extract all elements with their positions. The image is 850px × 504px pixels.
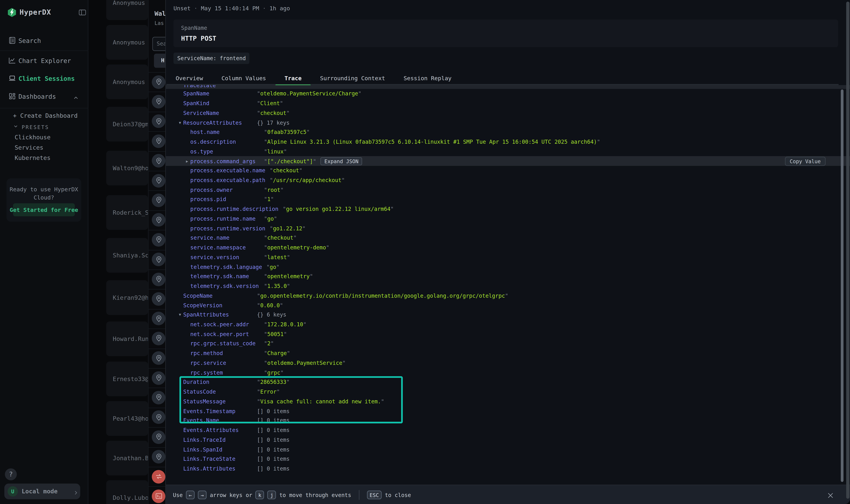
caret-down-icon[interactable]: ▾ [179,312,181,317]
trace-row-os-type[interactable]: os.type"linux" [166,147,850,156]
trace-row-statusmessage[interactable]: StatusMessage"Visa cache full: cannot ad… [166,397,850,406]
timeline-search-input[interactable]: Sea [152,37,165,51]
close-icon[interactable] [827,491,834,499]
location-pin-icon[interactable] [152,292,165,306]
preset-item-kubernetes[interactable]: Kubernetes [15,155,51,161]
trace-row-service-namespace[interactable]: service.namespace"opentelemetry-demo" [166,243,850,252]
trace-row-telemetry-sdk-name[interactable]: telemetry.sdk.name"opentelemetry" [166,272,850,281]
user-menu[interactable]: U Local mode [4,484,80,499]
trace-row-links-tracestate[interactable]: Links.TraceState[] 0 items [166,454,850,464]
sidebar-item-search[interactable]: Search [0,33,88,48]
session-card[interactable]: Walton9@ho [106,151,148,185]
sidebar-item-chart-explorer[interactable]: Chart Explorer [0,53,88,68]
trace-row-process-executable-path[interactable]: process.executable.path"/usr/src/app/che… [166,176,850,185]
location-pin-icon[interactable] [152,75,165,89]
trace-row-statuscode[interactable]: StatusCode"Error" [166,387,850,397]
tab-surrounding-context[interactable]: Surrounding Context [311,70,394,85]
create-dashboard-button[interactable]: + Create Dashboard [13,112,78,119]
trace-row-events-timestamp[interactable]: Events.Timestamp[] 0 items [166,406,850,416]
session-card[interactable]: Dolly.Lubo [106,480,148,504]
caret-down-icon[interactable]: ▾ [179,120,181,125]
trace-row-process-executable-name[interactable]: process.executable.name"checkout" [166,166,850,176]
session-card[interactable]: Pearl43@ho [106,401,148,436]
location-pin-icon[interactable] [152,193,165,207]
session-card[interactable]: Ernesto33@ [106,361,148,396]
trace-row-servicename[interactable]: ServiceName"checkout" [166,108,850,118]
service-name-chip[interactable]: ServiceName: frontend [174,53,250,64]
copy-value-button[interactable]: Copy Value [785,157,826,166]
session-card[interactable]: Jonathan.B [106,441,148,475]
trace-row-process-pid[interactable]: process.pid"1" [166,195,850,204]
presets-header[interactable]: PRESETS [13,124,49,130]
sidebar-item-dashboards[interactable]: Dashboards [0,89,88,104]
trace-row-service-name[interactable]: service.name"checkout" [166,233,850,243]
trace-row-rpc-grpc-status-code[interactable]: rpc.grpc.status_code"2" [166,339,850,348]
location-pin-icon[interactable] [152,371,165,385]
location-pin-icon[interactable] [152,430,165,444]
trace-row-os-description[interactable]: os.description"Alpine Linux 3.21.3 (Linu… [166,137,850,146]
location-pin-icon[interactable] [152,213,165,227]
trace-row-spanname[interactable]: SpanName"oteldemo.PaymentService/Charge" [166,89,850,98]
expand-json-button[interactable]: Expand JSON [321,157,362,165]
trace-row-rpc-service[interactable]: rpc.service"oteldemo.PaymentService" [166,358,850,367]
session-card[interactable]: Howard.Run [106,321,148,356]
trace-row-process-owner[interactable]: process.owner"root" [166,185,850,195]
location-pin-icon[interactable] [152,233,165,247]
session-card[interactable]: Roderick_S [106,195,148,230]
tab-column-values[interactable]: Column Values [212,70,275,85]
terminal-icon[interactable] [152,489,165,503]
trace-row-telemetry-sdk-language[interactable]: telemetry.sdk.language"go" [166,262,850,272]
session-card[interactable]: Anonymous [106,65,148,99]
sidebar-collapse-icon[interactable] [78,8,87,17]
tab-overview[interactable]: Overview [166,70,212,85]
swap-icon[interactable] [152,470,165,483]
help-button[interactable]: ? [5,468,17,480]
trace-row-events-attributes[interactable]: Events.Attributes[] 0 items [166,425,850,435]
location-pin-icon[interactable] [152,134,165,148]
location-pin-icon[interactable] [152,174,165,187]
session-card[interactable]: Kieran92@h [106,280,148,315]
trace-row-resourceattributes[interactable]: ▾ResourceAttributes{} 17 keys [166,118,850,127]
page-scrollbar[interactable] [846,2,849,499]
trace-row-duration[interactable]: Duration"28656333" [166,377,850,387]
tab-session-replay[interactable]: Session Replay [394,70,461,85]
trace-row-links-attributes[interactable]: Links.Attributes[] 0 items [166,464,850,473]
trace-row-rpc-system[interactable]: rpc.system"grpc" [166,367,850,377]
trace-row-events-name[interactable]: Events.Name[] 0 items [166,416,850,425]
preset-item-clickhouse[interactable]: Clickhouse [15,134,51,141]
location-pin-icon[interactable] [152,253,165,266]
location-pin-icon[interactable] [152,450,165,464]
trace-row-process-runtime-version[interactable]: process.runtime.version"go1.22.12" [166,223,850,233]
trace-row-telemetry-sdk-version[interactable]: telemetry.sdk.version"1.35.0" [166,281,850,291]
tab-trace[interactable]: Trace [275,70,311,85]
location-pin-icon[interactable] [152,331,165,345]
session-card[interactable]: Anonymous [106,0,148,20]
session-card[interactable]: Deion37@gm [106,107,148,141]
trace-row-links-traceid[interactable]: Links.TraceId[] 0 items [166,435,850,445]
trace-row-scopename[interactable]: ScopeName"go.opentelemetry.io/contrib/in… [166,291,850,300]
trace-row-spankind[interactable]: SpanKind"Client" [166,98,850,108]
trace-row-process-runtime-name[interactable]: process.runtime.name"go" [166,214,850,223]
get-started-button[interactable]: Get Started for Free [13,203,75,216]
trace-row-net-sock-peer-port[interactable]: net.sock.peer.port"50051" [166,329,850,339]
location-pin-icon[interactable] [152,391,165,404]
location-pin-icon[interactable] [152,312,165,325]
location-pin-icon[interactable] [152,95,165,108]
sidebar-item-client-sessions[interactable]: Client Sessions [0,71,88,86]
trace-row-process-runtime-description[interactable]: process.runtime.description"go version g… [166,204,850,214]
caret-right-icon[interactable]: ▸ [186,159,188,163]
location-pin-icon[interactable] [152,154,165,167]
preset-item-services[interactable]: Services [15,144,43,151]
location-pin-icon[interactable] [152,272,165,286]
trace-row-rpc-method[interactable]: rpc.method"Charge" [166,348,850,358]
session-card[interactable]: Shaniya.Sc [106,238,148,273]
modal-scrollbar[interactable] [841,89,844,482]
location-pin-icon[interactable] [152,114,165,128]
trace-row-links-spanid[interactable]: Links.SpanId[] 0 items [166,445,850,454]
location-pin-icon[interactable] [152,411,165,424]
trace-row-scopeversion[interactable]: ScopeVersion"0.60.0" [166,301,850,310]
trace-row-service-version[interactable]: service.version"latest" [166,252,850,262]
trace-row-host-name[interactable]: host.name"0faab73597c5" [166,127,850,137]
timeline-filter-chip[interactable]: H [154,54,165,68]
location-pin-icon[interactable] [152,352,165,365]
